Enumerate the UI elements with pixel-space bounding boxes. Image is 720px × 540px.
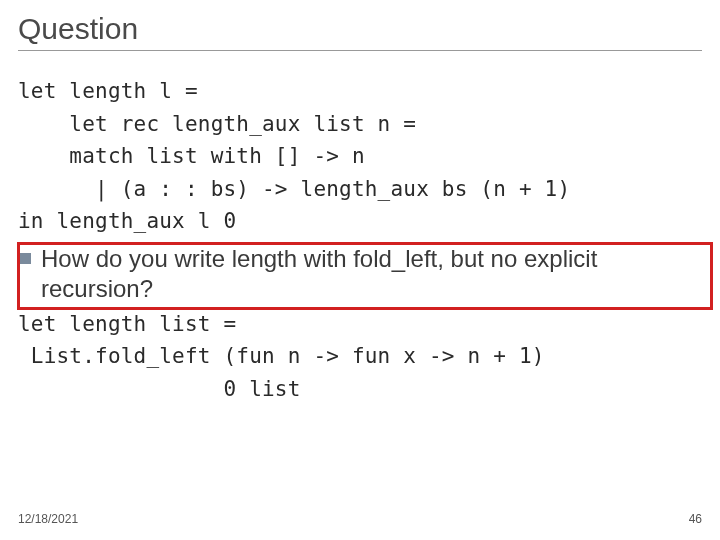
code-block-length-fold: let length list = List.fold_left (fun n … <box>18 308 702 406</box>
question-wrap: How do you write length with fold_left, … <box>18 244 702 304</box>
footer-date: 12/18/2021 <box>18 512 78 526</box>
footer-page-number: 46 <box>689 512 702 526</box>
question-text: How do you write length with fold_left, … <box>41 244 702 304</box>
question-line: How do you write length with fold_left, … <box>18 244 702 304</box>
footer: 12/18/2021 46 <box>18 512 702 526</box>
slide: Question let length l = let rec length_a… <box>0 0 720 540</box>
title-divider <box>18 50 702 51</box>
bullet-icon <box>20 253 31 264</box>
page-title: Question <box>18 12 702 46</box>
code-block-length-recursive: let length l = let rec length_aux list n… <box>18 75 702 238</box>
